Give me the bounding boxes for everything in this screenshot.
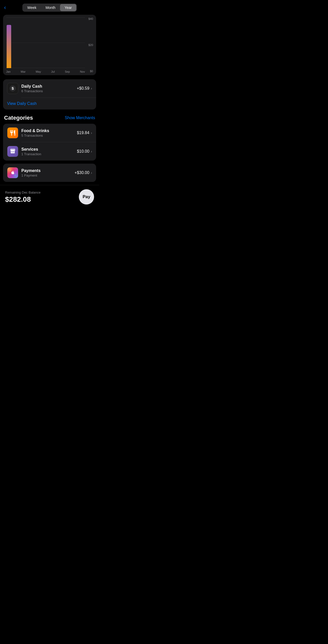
food-drinks-chevron: › [91,131,92,135]
chart-area: $40 $20 $0 Jan Mar May Jul Sep Nov [6,17,93,73]
x-label-may: May [36,70,41,73]
chart-bars [6,17,85,68]
services-text: Services 1 Transaction [21,147,77,156]
y-label-0: $0 [90,70,93,73]
services-row[interactable]: Services 1 Transaction $10.00 › [3,142,96,161]
bar-jan-fill [7,25,11,68]
categories-header: Categories Show Merchants [0,109,99,124]
segment-year[interactable]: Year [60,4,76,11]
view-daily-cash-link[interactable]: View Daily Cash [3,98,96,109]
food-services-card: Food & Drinks 5 Transactions $19.84 › Se… [3,124,96,161]
x-label-nov: Nov [80,70,85,73]
apple-logo-icon [9,169,16,176]
show-merchants-button[interactable]: Show Merchants [65,116,95,120]
services-amount: $10.00 [77,149,89,154]
food-drinks-title: Food & Drinks [21,129,77,133]
balance-label: Remaining Dec Balance [5,191,40,194]
header: ‹ Week Month Year [0,0,99,15]
food-drinks-icon [7,127,18,138]
payments-icon [7,167,18,178]
chart-container: $40 $20 $0 Jan Mar May Jul Sep Nov [3,15,96,75]
pay-button[interactable]: Pay [79,189,94,205]
payments-row[interactable]: Payments 1 Payment +$30.00 › [3,164,96,182]
bottom-bar: Remaining Dec Balance $282.08 Pay [0,185,99,211]
x-label-mar: Mar [21,70,26,73]
daily-cash-amount: +$0.59 [77,86,89,91]
daily-cash-title: Daily Cash [21,84,77,89]
payments-amount: +$30.00 [74,170,89,175]
balance-info: Remaining Dec Balance $282.08 [5,191,40,203]
back-button[interactable]: ‹ [4,4,6,11]
food-drinks-amount: $19.84 [77,131,89,135]
services-icon [7,146,18,157]
y-label-40: $40 [88,17,93,20]
food-drinks-row[interactable]: Food & Drinks 5 Transactions $19.84 › [3,124,96,142]
svg-text:$: $ [12,86,14,90]
segment-month[interactable]: Month [41,4,60,11]
dollar-icon: $ [9,85,16,92]
daily-cash-subtitle: 6 Transactions [21,89,77,93]
payments-subtitle: 1 Payment [21,174,74,177]
payments-text: Payments 1 Payment [21,168,74,177]
bar-jan [7,25,11,68]
balance-amount: $282.08 [5,195,40,203]
fork-knife-icon [9,130,16,136]
daily-cash-text: Daily Cash 6 Transactions [21,84,77,93]
chart-x-labels: Jan Mar May Jul Sep Nov [6,70,85,73]
x-label-jan: Jan [6,70,11,73]
store-icon [9,148,16,155]
payments-card: Payments 1 Payment +$30.00 › [3,164,96,182]
segment-week[interactable]: Week [23,4,41,11]
daily-cash-chevron: › [91,86,92,90]
payments-chevron: › [91,171,92,175]
y-label-20: $20 [88,43,93,46]
services-title: Services [21,147,77,152]
x-label-sep: Sep [65,70,70,73]
services-chevron: › [91,149,92,153]
daily-cash-row[interactable]: $ Daily Cash 6 Transactions +$0.59 › [3,79,96,98]
x-label-jul: Jul [51,70,55,73]
categories-title: Categories [4,115,33,121]
food-drinks-text: Food & Drinks 5 Transactions [21,129,77,137]
segment-control: Week Month Year [22,4,77,12]
daily-cash-card: $ Daily Cash 6 Transactions +$0.59 › Vie… [3,79,96,109]
food-drinks-subtitle: 5 Transactions [21,134,77,137]
services-subtitle: 1 Transaction [21,152,77,156]
payments-title: Payments [21,168,74,173]
daily-cash-icon: $ [7,83,18,94]
chart-y-labels: $40 $20 $0 [88,17,93,73]
